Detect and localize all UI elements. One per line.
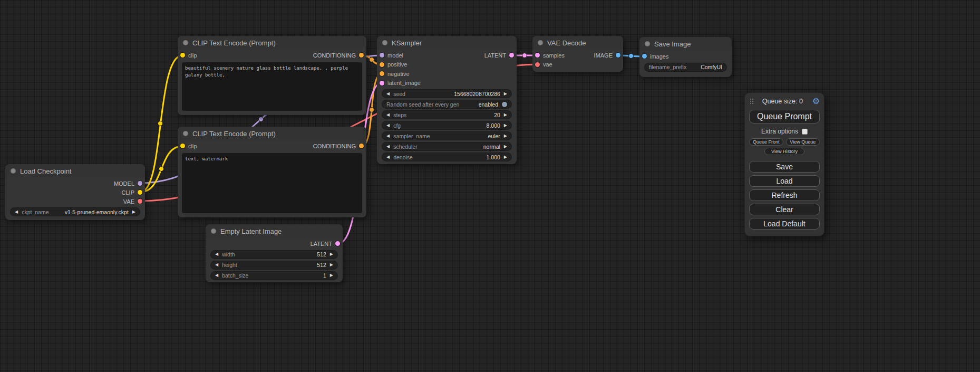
input-slot-images[interactable]: images <box>642 53 668 60</box>
save-button[interactable]: Save <box>749 161 820 173</box>
output-slot-conditioning[interactable]: CONDITIONING <box>313 52 364 59</box>
node-title-bar[interactable]: Empty Latent Image <box>206 224 343 238</box>
next-value-arrow-icon[interactable]: ▶ <box>504 92 507 96</box>
output-slot-latent[interactable]: LATENT <box>311 241 340 247</box>
input-dot-images[interactable] <box>642 54 647 59</box>
next-value-arrow-icon[interactable]: ▶ <box>330 252 333 256</box>
input-dot-vae[interactable] <box>535 62 540 67</box>
prev-value-arrow-icon[interactable]: ◀ <box>15 210 18 214</box>
extra-options-checkbox[interactable] <box>802 129 808 135</box>
input-dot-latent-image[interactable] <box>380 81 384 85</box>
drag-handle-icon[interactable] <box>750 99 751 100</box>
next-value-arrow-icon[interactable]: ▶ <box>504 145 507 149</box>
input-dot-model[interactable] <box>380 53 384 58</box>
node-title-bar[interactable]: CLIP Text Encode (Prompt) <box>178 127 366 140</box>
widget-cfg[interactable]: ◀ cfg 8.000 ▶ <box>382 121 511 129</box>
node-clip-text-encode-negative[interactable]: CLIP Text Encode (Prompt) clip CONDITION… <box>178 127 366 217</box>
widget-filename-prefix[interactable]: filename_prefix ComfyUI <box>645 63 726 71</box>
next-value-arrow-icon[interactable]: ▶ <box>330 263 333 267</box>
input-slot-model[interactable]: model <box>380 52 403 59</box>
view-queue-button[interactable]: View Queue <box>786 138 820 146</box>
widget-ckpt-name[interactable]: ◀ ckpt_name v1-5-pruned-emaonly.ckpt ▶ <box>11 208 140 216</box>
collapse-dot-icon[interactable] <box>183 131 188 136</box>
settings-gear-icon[interactable]: ⚙ <box>812 97 820 106</box>
collapse-dot-icon[interactable] <box>211 228 216 234</box>
output-slot-model[interactable]: MODEL <box>114 180 142 187</box>
widget-random-seed-toggle[interactable]: Random seed after every gen enabled <box>382 100 511 108</box>
next-value-arrow-icon[interactable]: ▶ <box>504 134 507 138</box>
prev-value-arrow-icon[interactable]: ◀ <box>215 263 218 267</box>
next-value-arrow-icon[interactable]: ▶ <box>132 210 135 214</box>
widget-height[interactable]: ◀ height 512 ▶ <box>211 261 337 269</box>
refresh-button[interactable]: Refresh <box>749 189 820 201</box>
widget-steps[interactable]: ◀ steps 20 ▶ <box>382 111 511 119</box>
input-slot-latent-image[interactable]: latent_image <box>380 80 421 86</box>
queue-prompt-button[interactable]: Queue Prompt <box>749 110 820 123</box>
input-slot-negative[interactable]: negative <box>380 71 410 77</box>
load-default-button[interactable]: Load Default <box>749 218 820 230</box>
output-dot-vae[interactable] <box>138 199 142 204</box>
widget-batch-size[interactable]: ◀ batch_size 1 ▶ <box>211 272 337 280</box>
output-dot-latent[interactable] <box>509 53 514 58</box>
output-dot-latent[interactable] <box>335 241 340 246</box>
input-slot-samples[interactable]: samples <box>535 52 565 59</box>
collapse-dot-icon[interactable] <box>11 168 16 174</box>
widget-scheduler[interactable]: ◀ scheduler normal ▶ <box>382 142 511 150</box>
input-dot-samples[interactable] <box>535 53 540 58</box>
widget-sampler-name[interactable]: ◀ sampler_name euler ▶ <box>382 132 511 140</box>
output-slot-clip[interactable]: CLIP <box>122 189 142 196</box>
node-title-bar[interactable]: CLIP Text Encode (Prompt) <box>178 36 366 50</box>
output-slot-image[interactable]: IMAGE <box>594 52 620 59</box>
node-title-bar[interactable]: Save Image <box>639 37 732 51</box>
next-value-arrow-icon[interactable]: ▶ <box>504 113 507 117</box>
toggle-indicator-icon[interactable] <box>502 102 507 107</box>
prev-value-arrow-icon[interactable]: ◀ <box>386 145 390 149</box>
collapse-dot-icon[interactable] <box>645 41 650 46</box>
input-dot-clip[interactable] <box>180 144 185 148</box>
next-value-arrow-icon[interactable]: ▶ <box>504 123 507 128</box>
node-empty-latent-image[interactable]: Empty Latent Image LATENT ◀ width 512 ▶ … <box>206 224 343 282</box>
node-save-image[interactable]: Save Image images filename_prefix ComfyU… <box>639 37 732 77</box>
input-slot-vae[interactable]: vae <box>535 61 552 68</box>
clear-button[interactable]: Clear <box>749 204 820 215</box>
node-title-bar[interactable]: VAE Decode <box>532 36 623 50</box>
prev-value-arrow-icon[interactable]: ◀ <box>386 113 390 117</box>
widget-denoise[interactable]: ◀ denoise 1.000 ▶ <box>382 153 511 161</box>
input-slot-positive[interactable]: positive <box>380 61 407 68</box>
prompt-textarea[interactable]: beautiful scenery nature glass bottle la… <box>182 62 362 111</box>
prev-value-arrow-icon[interactable]: ◀ <box>215 273 218 278</box>
collapse-dot-icon[interactable] <box>183 40 188 45</box>
widget-width[interactable]: ◀ width 512 ▶ <box>211 251 337 259</box>
collapse-dot-icon[interactable] <box>538 40 543 45</box>
input-dot-negative[interactable] <box>380 71 384 76</box>
input-dot-clip[interactable] <box>180 53 185 58</box>
node-vae-decode[interactable]: VAE Decode samples IMAGE vae <box>532 36 623 72</box>
output-dot-conditioning[interactable] <box>359 53 364 58</box>
node-ksampler[interactable]: KSampler model LATENT positive negative <box>377 36 517 164</box>
output-dot-image[interactable] <box>616 53 620 58</box>
widget-seed[interactable]: ◀ seed 156680208700286 ▶ <box>382 90 511 98</box>
output-dot-model[interactable] <box>138 181 142 186</box>
output-dot-conditioning[interactable] <box>359 144 364 148</box>
prev-value-arrow-icon[interactable]: ◀ <box>215 252 218 256</box>
input-dot-positive[interactable] <box>380 62 384 67</box>
node-clip-text-encode-positive[interactable]: CLIP Text Encode (Prompt) clip CONDITION… <box>178 36 366 115</box>
output-slot-conditioning[interactable]: CONDITIONING <box>313 143 364 149</box>
node-title-bar[interactable]: Load Checkpoint <box>5 164 145 178</box>
input-slot-clip[interactable]: clip <box>180 52 197 59</box>
prompt-textarea[interactable]: text, watermark <box>182 153 362 213</box>
load-button[interactable]: Load <box>749 175 820 187</box>
prev-value-arrow-icon[interactable]: ◀ <box>386 155 390 159</box>
output-slot-vae[interactable]: VAE <box>123 198 142 205</box>
prev-value-arrow-icon[interactable]: ◀ <box>386 92 390 96</box>
output-dot-clip[interactable] <box>138 190 142 195</box>
prev-value-arrow-icon[interactable]: ◀ <box>386 123 390 128</box>
node-title-bar[interactable]: KSampler <box>377 36 517 50</box>
view-history-button[interactable]: View History <box>764 148 804 155</box>
queue-front-button[interactable]: Queue Front <box>749 138 783 146</box>
collapse-dot-icon[interactable] <box>382 40 387 45</box>
node-load-checkpoint[interactable]: Load Checkpoint MODEL CLIP VAE ◀ ckpt_na… <box>5 164 145 220</box>
next-value-arrow-icon[interactable]: ▶ <box>330 273 333 278</box>
prev-value-arrow-icon[interactable]: ◀ <box>386 134 390 138</box>
input-slot-clip[interactable]: clip <box>180 143 197 149</box>
